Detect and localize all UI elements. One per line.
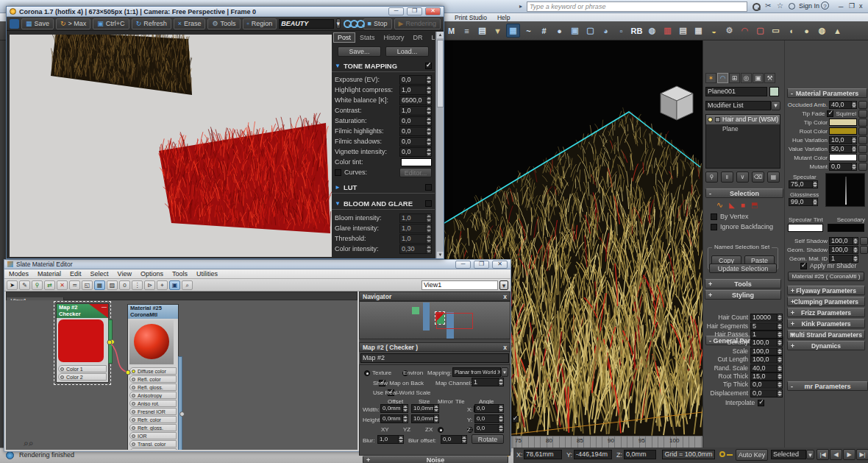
hide-unused-slots-icon[interactable]: ◱ (82, 280, 93, 290)
key-icon[interactable] (719, 451, 725, 457)
modifier-stack[interactable]: Hair and Fur (WSM) Plane (705, 114, 780, 169)
param-spinner[interactable]: 10000 (750, 314, 783, 322)
slate-menu-item[interactable]: Edit (65, 269, 86, 278)
checker-background-icon[interactable]: ▨ (107, 280, 118, 290)
navigator-header[interactable]: Navigatorx (359, 291, 511, 301)
options-icon[interactable]: ⊳ (144, 280, 155, 290)
corona-tab[interactable]: Post (333, 32, 355, 43)
zoom-tool-icon[interactable]: ⌕ (182, 280, 193, 290)
tab-display[interactable]: ▣ (753, 73, 764, 83)
mirror-icon[interactable]: M (444, 24, 458, 38)
save-button[interactable]: ▦ Save (21, 18, 54, 29)
put-to-library-icon[interactable]: ⇄ (44, 280, 55, 290)
node-output-dot[interactable] (110, 339, 115, 344)
height-size-spinner[interactable]: 10,0mm (411, 414, 439, 423)
node-slot[interactable]: Refr. gloss. (129, 424, 177, 431)
corona-tab[interactable]: History (380, 32, 409, 43)
corona-tab[interactable]: DR (409, 32, 427, 43)
bloom-spinner[interactable]: 0,30 (399, 244, 432, 254)
param-spinner[interactable]: 15,0 (750, 372, 783, 381)
rollout-selection[interactable]: -Selection (705, 188, 783, 198)
angle-z-spinner[interactable]: 0,0 (474, 424, 504, 433)
render-pass-dropdown[interactable]: BEAUTY (279, 19, 333, 29)
notes-icon[interactable]: ▤ (676, 24, 690, 38)
make-preview-icon[interactable]: ⋮ (132, 280, 143, 290)
node-checker-preview[interactable] (58, 319, 104, 362)
menu-item[interactable]: Print Studio (452, 14, 490, 21)
apply-mr-shader-checkbox[interactable] (800, 263, 807, 269)
param-spinner[interactable]: 100,0 (750, 339, 783, 347)
teapot-icon[interactable]: ◍ (645, 24, 659, 38)
corona-save-menu-icon[interactable] (10, 19, 19, 29)
slate-menu-item[interactable]: Select (86, 269, 113, 278)
lightbulb-icon[interactable] (708, 117, 713, 122)
configure-modifier-sets-icon[interactable]: ▦ (767, 172, 780, 183)
root-color-map-button[interactable] (858, 127, 867, 135)
color-tint-swatch[interactable] (401, 158, 432, 166)
bloom-glare-checkbox[interactable] (425, 200, 432, 207)
face-subobject-icon[interactable]: ◣ (729, 201, 735, 209)
minimize-button[interactable]: ─ (839, 3, 843, 10)
scrollbar-up-arrow[interactable]: ▲ (437, 32, 444, 38)
stack-item-label[interactable]: Hair and Fur (WSM) (722, 116, 778, 124)
move-children-icon[interactable]: ≂ (69, 280, 80, 290)
show-end-result-icon[interactable]: ‖ (721, 172, 733, 183)
slate-view-dropdown-arrow[interactable]: ▾ (499, 280, 508, 290)
self-shadow-map-button[interactable] (860, 237, 868, 245)
slate-menu-item[interactable]: Material (33, 269, 65, 278)
selection-filter-arrow[interactable]: ▾ (806, 450, 814, 459)
rollout-mr-parameters[interactable]: -mr Parameters (787, 381, 868, 391)
node-slot[interactable]: Transl. frac. (129, 448, 177, 450)
assign-material-icon[interactable]: ⚲ (32, 280, 43, 290)
render-region-icon[interactable]: ▫ (614, 24, 628, 38)
delete-selected-icon[interactable]: ✕ (57, 280, 68, 290)
angle-y-spinner[interactable]: 0,0 (474, 414, 504, 423)
tonemap-spinner[interactable]: 0,0 (399, 127, 432, 136)
grid-helper-icon[interactable]: ▦ (691, 24, 705, 38)
x-coord-field[interactable]: 78,61mm (524, 450, 562, 459)
geom-shadow-spinner[interactable]: 100,0 (829, 246, 858, 254)
mutant-map-button[interactable] (858, 163, 867, 171)
rendered-frame-icon[interactable]: ▢ (583, 24, 597, 38)
search-icon[interactable] (752, 2, 761, 12)
mutant-spinner[interactable]: 0,0 (829, 163, 857, 171)
viewcube[interactable] (655, 82, 699, 126)
rollout-header[interactable]: +Styling (705, 290, 781, 300)
node-slot[interactable]: Transl. color (129, 440, 177, 448)
rollout-header[interactable]: +Frizz Parameters (787, 308, 865, 317)
param-spinner[interactable]: 100,0 (750, 347, 783, 356)
tab-motion[interactable]: ◎ (741, 73, 752, 83)
object-color-swatch[interactable] (769, 87, 779, 96)
start-render-button[interactable]: ▶Rendering (394, 18, 441, 29)
corona-tab[interactable]: LightMix (427, 32, 435, 43)
ignore-backfacing-checkbox[interactable] (711, 224, 717, 230)
go-to-end-button[interactable]: ▶| (856, 449, 868, 460)
navigator-close-icon[interactable]: x (503, 293, 507, 300)
geom-mat-id-spinner[interactable]: 1 (829, 255, 858, 263)
pin-stack-icon[interactable]: ⚲ (705, 172, 718, 183)
curves-editor-button[interactable]: Editor... (399, 168, 432, 177)
glossiness-spinner[interactable]: 99,0 (789, 198, 818, 206)
tonemap-save-button[interactable]: Save... (338, 46, 381, 57)
specular-spinner[interactable]: 75,0 (789, 180, 818, 188)
texture-radio[interactable] (364, 370, 370, 376)
interpolate-checkbox[interactable] (758, 400, 764, 406)
rollout-header[interactable]: +Multi Strand Parameters (787, 330, 865, 339)
node-corona-preview[interactable] (129, 320, 174, 364)
node-slot[interactable]: Aniso rot. (129, 400, 177, 407)
tonemap-spinner[interactable]: 0,0 (399, 147, 432, 157)
mapping-dropdown[interactable]: Planar from World XYZ (452, 367, 501, 377)
value-variation-spinner[interactable]: 50,0 (829, 145, 857, 153)
guides-subobject-icon[interactable]: ∿ (716, 200, 723, 210)
height-tile-checkbox[interactable] (512, 416, 519, 423)
corona-minimize-button[interactable]: ─ (388, 7, 404, 15)
rollout-material-parameters[interactable]: -Material Parameters (787, 88, 867, 98)
polygon-subobject-icon[interactable]: ■ (741, 201, 745, 209)
root-color-swatch[interactable] (829, 127, 857, 135)
layer-explorer-icon[interactable]: ▤ (475, 24, 489, 38)
node-checker-header[interactable]: Map #2 Checker — (57, 304, 108, 318)
map-name-field[interactable]: Map #2 (360, 353, 509, 363)
bloom-spinner[interactable]: 1,0 (399, 224, 432, 233)
tonemap-spinner[interactable]: 6500,0 (399, 96, 432, 105)
show-background-icon[interactable]: ▦ (94, 280, 105, 290)
